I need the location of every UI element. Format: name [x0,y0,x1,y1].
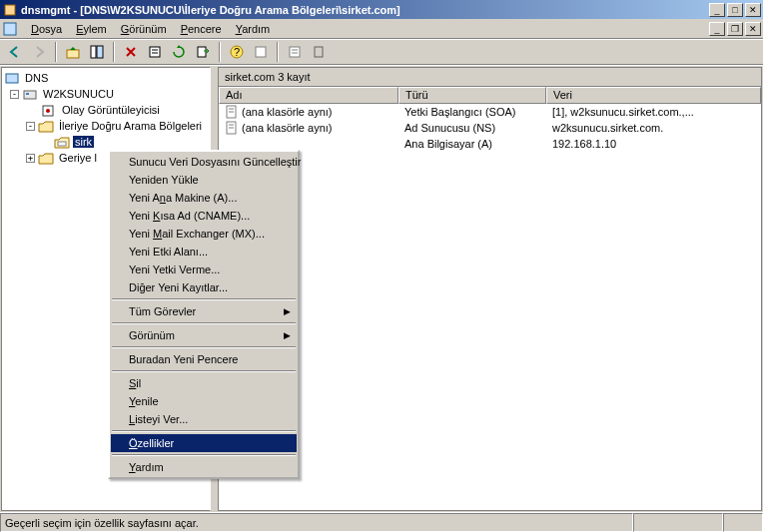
show-hide-tree-button[interactable] [86,41,108,63]
record-icon [225,137,239,151]
menu-gorunum[interactable]: Görünüm [114,21,174,37]
ctx-separator [112,298,296,300]
cell-type: Yetki Başlangıcı (SOA) [398,106,546,118]
mdi-close-button[interactable]: ✕ [745,22,761,36]
tree-zone-label: sirk [73,136,94,148]
menu-yardim[interactable]: Yardım [229,21,278,37]
toolbar: ? [0,39,763,65]
menu-dosya[interactable]: Dosya [24,21,69,37]
cell-type: Ad Sunucusu (NS) [398,122,546,134]
menu-eylem[interactable]: Eylem [69,21,114,37]
menu-pencere[interactable]: Pencere [174,21,229,37]
tool-button-1[interactable] [250,41,272,63]
properties-button[interactable] [144,41,166,63]
col-data[interactable]: Veri [546,87,761,104]
svg-rect-0 [5,5,15,15]
forward-button[interactable] [28,41,50,63]
svg-rect-16 [6,74,18,83]
ctx-refresh[interactable]: Yenile [111,392,297,410]
tree-rev-label: Geriye l [57,152,99,164]
submenu-arrow-icon: ▶ [284,306,291,316]
delete-button[interactable] [120,41,142,63]
help-button[interactable]: ? [226,41,248,63]
titlebar: dnsmgmt - [DNS\W2KSUNUCU\İleriye Doğru A… [0,0,763,19]
mdi-restore-button[interactable]: ❐ [727,22,743,36]
list-row[interactable]: (ana klasörle aynı) Ad Sunucusu (NS) w2k… [219,120,761,136]
ctx-separator [112,454,296,456]
tree-server-label: W2KSUNUCU [41,88,116,100]
status-text: Geçerli seçim için özellik sayfasını aça… [0,513,633,532]
record-icon [225,105,239,119]
cell-data: 192.168.1.10 [546,138,761,150]
back-button[interactable] [4,41,26,63]
export-button[interactable] [192,41,214,63]
svg-rect-1 [4,23,16,35]
mdi-minimize-button[interactable]: _ [709,22,725,36]
context-menu: Sunucu Veri Dosyasını Güncelleştir Yenid… [108,150,300,479]
tree-server[interactable]: - W2KSUNUCU [4,86,208,102]
tree-event-viewer[interactable]: Olay Görüntüleyicisi [4,102,208,118]
tree-toggle-icon[interactable]: + [26,154,35,163]
ctx-other-records[interactable]: Diğer Yeni Kayıtlar... [111,278,297,296]
record-icon [225,121,239,135]
ctx-new-mx[interactable]: Yeni Mail Exchanger (MX)... [111,225,297,243]
refresh-button[interactable] [168,41,190,63]
tree-fwd-label: İleriye Doğru Arama Bölgeleri [57,120,204,132]
statusbar: Geçerli seçim için özellik sayfasını aça… [0,512,763,532]
ctx-separator [112,322,296,324]
tree-event-label: Olay Görüntüleyicisi [60,104,162,116]
col-type[interactable]: Türü [398,87,546,104]
list-header: Adı Türü Veri [219,87,761,104]
cell-type: Ana Bilgisayar (A) [398,138,546,150]
svg-text:?: ? [234,46,240,58]
svg-point-20 [46,109,50,113]
window-title: dnsmgmt - [DNS\W2KSUNUCU\İleriye Doğru A… [21,4,707,16]
ctx-separator [112,346,296,348]
svg-rect-4 [97,46,103,58]
ctx-properties[interactable]: Özellikler [111,434,297,452]
tree-root[interactable]: DNS [4,70,208,86]
svg-rect-8 [198,47,206,57]
ctx-new-domain[interactable]: Yeni Etki Alanı... [111,243,297,261]
ctx-view[interactable]: Görünüm▶ [111,326,297,344]
svg-rect-5 [150,47,160,57]
tree-zone-selected[interactable]: sirk [4,134,208,150]
svg-rect-15 [315,47,323,57]
ctx-delete[interactable]: Sil [111,374,297,392]
ctx-new-window[interactable]: Buradan Yeni Pencere [111,350,297,368]
svg-rect-21 [58,142,66,146]
ctx-update-datafile[interactable]: Sunucu Veri Dosyasını Güncelleştir [111,153,297,171]
mmc-icon [2,21,18,37]
ctx-all-tasks[interactable]: Tüm Görevler▶ [111,302,297,320]
tree-toggle-icon[interactable]: - [10,90,19,99]
ctx-new-host-a[interactable]: Yeni Ana Makine (A)... [111,189,297,207]
svg-rect-17 [24,91,36,99]
tree-toggle-icon[interactable]: - [26,122,35,131]
svg-rect-18 [26,93,29,95]
cell-name: (ana klasörle aynı) [242,106,333,118]
svg-rect-3 [91,46,96,58]
up-button[interactable] [62,41,84,63]
tree-fwd-zones[interactable]: - İleriye Doğru Arama Bölgeleri [4,118,208,134]
list-row[interactable]: Ana Bilgisayar (A) 192.168.1.10 [219,136,761,152]
ctx-new-cname[interactable]: Yeni Kısa Ad (CNAME)... [111,207,297,225]
submenu-arrow-icon: ▶ [284,330,291,340]
cell-data: [1], w2ksunucu.sirket.com.,... [546,106,761,118]
ctx-new-delegation[interactable]: Yeni Yetki Verme... [111,261,297,278]
ctx-export-list[interactable]: Listeyi Ver... [111,410,297,428]
ctx-help[interactable]: Yardım [111,458,297,476]
minimize-button[interactable]: _ [709,3,725,17]
list-row[interactable]: (ana klasörle aynı) Yetki Başlangıcı (SO… [219,104,761,120]
maximize-button[interactable]: □ [727,3,743,17]
tool-button-2[interactable] [284,41,306,63]
cell-data: w2ksunucu.sirket.com. [546,122,761,134]
status-panel-3 [723,513,763,532]
col-name[interactable]: Adı [219,87,398,104]
close-button[interactable]: ✕ [745,3,761,17]
tree-root-label: DNS [23,72,50,84]
ctx-separator [112,430,296,432]
ctx-reload[interactable]: Yeniden Yükle [111,171,297,189]
tool-button-3[interactable] [308,41,330,63]
menubar: Dosya Eylem Görünüm Pencere Yardım _ ❐ ✕ [0,19,763,39]
svg-rect-11 [256,47,266,57]
